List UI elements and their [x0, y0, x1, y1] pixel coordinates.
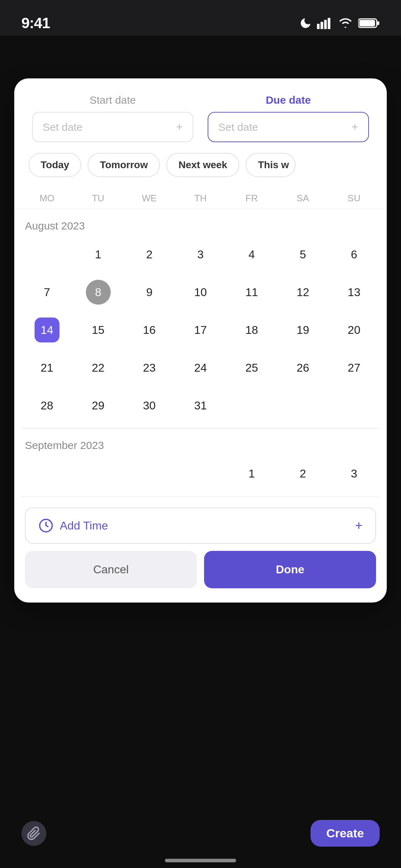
- add-time-left: Add Time: [38, 518, 108, 533]
- cal-aug-10[interactable]: 10: [175, 273, 226, 311]
- cal-aug-22[interactable]: 22: [73, 349, 124, 387]
- cal-aug-11[interactable]: 11: [226, 273, 277, 311]
- cal-sep-empty-1: [21, 455, 73, 493]
- cal-aug-25[interactable]: 25: [226, 349, 277, 387]
- cal-aug-7[interactable]: 7: [21, 273, 73, 311]
- due-date-section[interactable]: Due date Set date +: [208, 94, 369, 142]
- september-grid: 1 2 3: [21, 455, 380, 493]
- cal-aug-31[interactable]: 31: [175, 387, 226, 424]
- august-grid: 1 2 3 4 5 6 7 8 9 10 11 12 13 14 15 16 1…: [21, 236, 380, 424]
- start-date-placeholder: Set date: [43, 121, 83, 133]
- cal-aug-20[interactable]: 20: [328, 311, 380, 349]
- cal-aug-15[interactable]: 15: [73, 311, 124, 349]
- svg-rect-3: [328, 18, 330, 29]
- chip-next-week[interactable]: Next week: [166, 153, 239, 177]
- cal-aug-3[interactable]: 3: [175, 236, 226, 273]
- cal-aug-19[interactable]: 19: [277, 311, 329, 349]
- cal-sep-1[interactable]: 1: [226, 455, 277, 493]
- cal-aug-9[interactable]: 9: [124, 273, 175, 311]
- add-time-plus-icon: +: [355, 518, 363, 533]
- due-date-label: Due date: [266, 94, 311, 106]
- day-headers: MO TU WE TH FR SA SU: [14, 181, 387, 209]
- cal-aug-17[interactable]: 17: [175, 311, 226, 349]
- due-date-input[interactable]: Set date +: [208, 112, 369, 142]
- cal-aug-18[interactable]: 18: [226, 311, 277, 349]
- cal-aug-8-today[interactable]: 8: [73, 273, 124, 311]
- sep-separator: [21, 496, 380, 497]
- calendar-scroll: August 2023 1 2 3 4 5 6 7 8 9 10 11 12 1…: [14, 209, 387, 497]
- cal-aug-empty-2: [226, 387, 277, 424]
- start-date-plus-icon: +: [176, 120, 183, 134]
- cal-sep-3[interactable]: 3: [328, 455, 380, 493]
- svg-rect-1: [321, 22, 323, 29]
- svg-rect-6: [359, 20, 375, 26]
- day-sa: SA: [277, 188, 329, 209]
- cal-aug-23[interactable]: 23: [124, 349, 175, 387]
- date-type-row: Start date Set date + Due date Set date …: [14, 78, 387, 142]
- cal-aug-14-selected[interactable]: 14: [21, 311, 73, 349]
- create-button[interactable]: Create: [311, 820, 380, 847]
- battery-icon: [358, 17, 380, 30]
- start-date-section[interactable]: Start date Set date +: [32, 94, 193, 142]
- cal-sep-empty-3: [124, 455, 175, 493]
- status-time: 9:41: [21, 15, 50, 32]
- status-icons: [299, 17, 380, 30]
- done-button[interactable]: Done: [204, 551, 376, 588]
- day-fr: FR: [226, 188, 277, 209]
- date-type-divider: [193, 94, 208, 142]
- cal-aug-5[interactable]: 5: [277, 236, 329, 273]
- cal-aug-24[interactable]: 24: [175, 349, 226, 387]
- attach-icon: [21, 821, 46, 846]
- cal-aug-empty-1: [21, 236, 73, 273]
- chip-tomorrow[interactable]: Tomorrow: [88, 153, 160, 177]
- date-picker-modal: Start date Set date + Due date Set date …: [14, 78, 387, 603]
- september-label: September 2023: [21, 429, 380, 455]
- cal-aug-1[interactable]: 1: [73, 236, 124, 273]
- cal-aug-2[interactable]: 2: [124, 236, 175, 273]
- clock-icon: [38, 518, 53, 533]
- due-date-plus-icon: +: [351, 120, 358, 134]
- add-time-row[interactable]: Add Time +: [25, 507, 376, 544]
- day-th: TH: [175, 188, 226, 209]
- svg-rect-5: [377, 21, 379, 25]
- cal-sep-empty-2: [73, 455, 124, 493]
- day-we: WE: [124, 188, 175, 209]
- cal-sep-2[interactable]: 2: [277, 455, 329, 493]
- svg-rect-0: [317, 24, 319, 29]
- action-row: Cancel Done: [14, 551, 387, 588]
- moon-icon: [299, 17, 312, 30]
- cal-aug-27[interactable]: 27: [328, 349, 380, 387]
- cal-aug-empty-3: [277, 387, 329, 424]
- chip-today[interactable]: Today: [28, 153, 81, 177]
- quick-chips-row: Today Tomorrow Next week This w: [14, 142, 387, 181]
- cal-aug-12[interactable]: 12: [277, 273, 329, 311]
- start-date-input[interactable]: Set date +: [32, 112, 193, 142]
- august-label: August 2023: [21, 209, 380, 236]
- cal-aug-4[interactable]: 4: [226, 236, 277, 273]
- day-tu: TU: [73, 188, 124, 209]
- cal-aug-16[interactable]: 16: [124, 311, 175, 349]
- svg-rect-2: [324, 20, 327, 29]
- due-date-placeholder: Set date: [218, 121, 258, 133]
- signal-icon: [317, 17, 333, 30]
- add-time-label: Add Time: [60, 519, 108, 532]
- day-mo: MO: [21, 188, 73, 209]
- wifi-icon: [338, 17, 353, 30]
- cal-aug-6[interactable]: 6: [328, 236, 380, 273]
- cal-aug-26[interactable]: 26: [277, 349, 329, 387]
- cal-aug-29[interactable]: 29: [73, 387, 124, 424]
- status-bar: 9:41: [0, 0, 401, 36]
- day-su: SU: [328, 188, 380, 209]
- cal-aug-empty-4: [328, 387, 380, 424]
- cal-sep-empty-4: [175, 455, 226, 493]
- background-bottom: Create: [0, 820, 401, 847]
- cal-aug-30[interactable]: 30: [124, 387, 175, 424]
- cal-aug-21[interactable]: 21: [21, 349, 73, 387]
- cal-aug-28[interactable]: 28: [21, 387, 73, 424]
- cal-aug-13[interactable]: 13: [328, 273, 380, 311]
- chip-this-week[interactable]: This w: [246, 153, 296, 177]
- start-date-label: Start date: [89, 94, 136, 106]
- home-indicator: [165, 859, 236, 862]
- cancel-button[interactable]: Cancel: [25, 551, 197, 588]
